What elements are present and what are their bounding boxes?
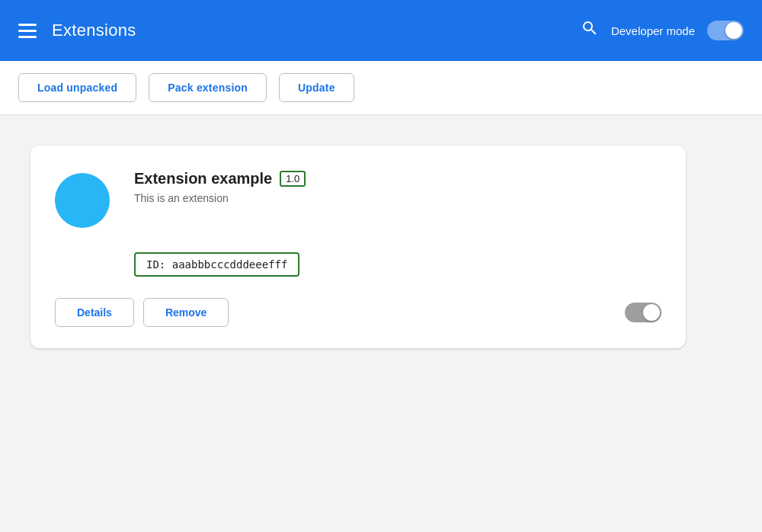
- extension-info: Extension example 1.0 This is an extensi…: [134, 170, 661, 204]
- details-button[interactable]: Details: [55, 298, 134, 327]
- card-buttons: Details Remove: [55, 298, 229, 327]
- main-content: Extension example 1.0 This is an extensi…: [0, 115, 762, 379]
- extension-id-section: ID: aaabbbcccdddeeefff: [55, 252, 661, 277]
- header-right: Developer mode: [581, 19, 744, 42]
- load-unpacked-button[interactable]: Load unpacked: [18, 73, 136, 102]
- header-left: Extensions: [18, 21, 136, 40]
- extension-name-row: Extension example 1.0: [134, 170, 661, 187]
- card-top: Extension example 1.0 This is an extensi…: [55, 170, 661, 228]
- extension-card: Extension example 1.0 This is an extensi…: [30, 146, 686, 348]
- page-title: Extensions: [52, 21, 136, 40]
- app-header: Extensions Developer mode: [0, 0, 762, 61]
- update-button[interactable]: Update: [279, 73, 354, 102]
- card-actions: Details Remove: [55, 298, 661, 327]
- extension-icon: [55, 173, 110, 228]
- extension-enable-toggle[interactable]: [625, 303, 661, 322]
- search-icon[interactable]: [581, 19, 599, 42]
- version-badge: 1.0: [280, 171, 306, 187]
- menu-icon[interactable]: [18, 24, 37, 38]
- pack-extension-button[interactable]: Pack extension: [149, 73, 267, 102]
- developer-mode-toggle[interactable]: [707, 21, 744, 40]
- remove-button[interactable]: Remove: [143, 298, 229, 327]
- toolbar: Load unpacked Pack extension Update: [0, 61, 762, 115]
- developer-mode-label: Developer mode: [611, 24, 695, 37]
- extension-description: This is an extension: [134, 192, 661, 204]
- extension-id: ID: aaabbbcccdddeeefff: [134, 252, 299, 277]
- extension-name: Extension example: [134, 170, 272, 187]
